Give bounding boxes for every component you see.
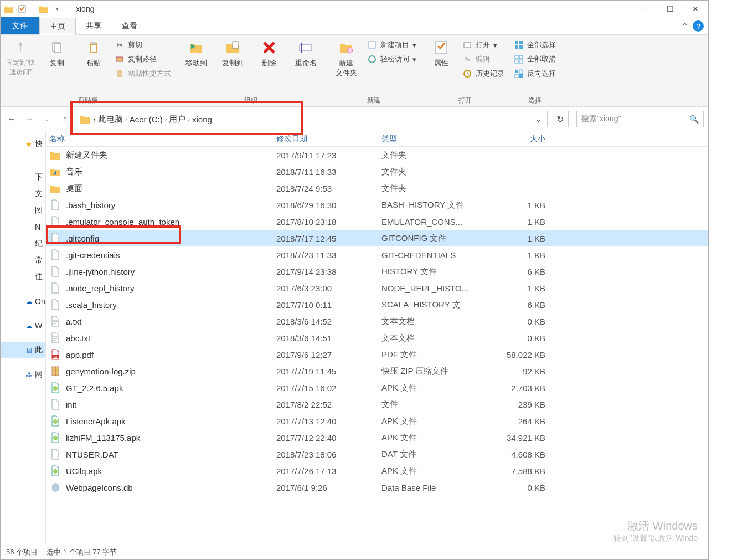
sidebar-item[interactable]: 文 xyxy=(1,186,45,202)
home-tab[interactable]: 主页 xyxy=(39,18,76,35)
crumb-xiong[interactable]: xiong xyxy=(192,115,212,124)
sidebar-network[interactable]: 🖧网 xyxy=(1,366,45,383)
sidebar-onedrive-on[interactable]: ☁On xyxy=(1,293,45,310)
pin-quick-access-button[interactable]: 固定到"快 速访问" xyxy=(5,38,36,77)
file-row[interactable]: .bash_history2018/6/29 16:30BASH_HISTORY… xyxy=(46,197,708,213)
history-icon xyxy=(462,69,472,79)
file-row[interactable]: UCllq.apk2017/7/26 17:13APK 文件7,588 KB xyxy=(46,463,708,479)
file-row[interactable]: .gitconfig2018/7/17 12:45GITCONFIG 文件1 K… xyxy=(46,230,708,246)
header-name[interactable]: 名称 xyxy=(49,134,276,144)
file-row[interactable]: .scala_history2017/7/10 0:11SCALA_HISTOR… xyxy=(46,296,708,313)
rename-button[interactable]: 重命名 xyxy=(290,38,321,68)
sidebar-item[interactable]: 常 xyxy=(1,252,45,269)
file-tab[interactable]: 文件 xyxy=(1,17,39,34)
pdf-icon: PDF xyxy=(49,348,61,361)
chevron-right-icon[interactable]: › xyxy=(93,115,96,124)
sidebar-item[interactable]: 图 xyxy=(1,202,45,219)
close-button[interactable]: ✕ xyxy=(683,1,708,17)
file-row[interactable]: init2017/8/2 22:52文件239 KB xyxy=(46,396,708,413)
new-item-button[interactable]: 新建项目 ▾ xyxy=(367,38,416,52)
file-row[interactable]: .jline-jython.history2017/9/14 23:38HIST… xyxy=(46,263,708,280)
header-date[interactable]: 修改日期 xyxy=(276,134,381,144)
crumb-this-pc[interactable]: 此电脑› xyxy=(98,114,127,125)
column-headers[interactable]: 名称 修改日期 类型 大小 xyxy=(46,131,708,147)
paste-shortcut-button[interactable]: 粘贴快捷方式 xyxy=(115,67,171,80)
sidebar-item[interactable]: ​ xyxy=(1,152,45,169)
svg-rect-28 xyxy=(519,74,523,78)
qat-dropdown-icon[interactable]: ▾ xyxy=(52,4,62,14)
properties-button[interactable]: 属性 xyxy=(426,38,457,68)
delete-button[interactable]: 删除 xyxy=(254,38,285,68)
minimize-button[interactable]: ─ xyxy=(632,1,657,17)
file-row[interactable]: PDFapp.pdf2017/9/6 12:27PDF 文件58,022 KB xyxy=(46,346,708,363)
file-size: 264 KB xyxy=(492,417,553,426)
collapse-ribbon-icon[interactable]: ⌃ xyxy=(679,21,689,31)
history-button[interactable]: 历史记录 xyxy=(462,67,504,80)
file-type: APK 文件 xyxy=(381,433,492,443)
header-type[interactable]: 类型 xyxy=(381,134,492,144)
refresh-button[interactable]: ↻ xyxy=(552,111,569,127)
sidebar-item[interactable]: 纪 xyxy=(1,235,45,252)
file-row[interactable]: ListenerApk.apk2017/7/13 12:40APK 文件264 … xyxy=(46,413,708,429)
edit-icon: ✎ xyxy=(462,54,472,64)
file-size: 6 KB xyxy=(492,267,553,276)
address-dropdown-icon[interactable]: ⌄ xyxy=(533,111,544,127)
navigation-pane[interactable]: ★快 ​ 下 文 图 N 纪 常 佳 ☁On ☁W 🖥此 🖧网 xyxy=(1,131,46,544)
file-row[interactable]: genymotion-log.zip2017/7/19 11:45快压 ZIP … xyxy=(46,363,708,379)
up-button[interactable]: ↑ xyxy=(58,112,71,126)
help-icon[interactable]: ? xyxy=(693,20,704,32)
select-all-button[interactable]: 全部选择 xyxy=(514,38,556,52)
file-row[interactable]: NTUSER.DAT2018/7/23 18:06DAT 文件4,608 KB xyxy=(46,446,708,463)
invert-selection-button[interactable]: 反向选择 xyxy=(514,67,556,80)
sidebar-this-pc[interactable]: 🖥此 xyxy=(1,342,45,358)
file-row[interactable]: lizhiFM_113175.apk2017/7/12 22:40APK 文件3… xyxy=(46,429,708,446)
select-none-button[interactable]: 全部取消 xyxy=(514,53,556,66)
paste-button[interactable]: 粘贴 xyxy=(78,38,109,68)
view-tab[interactable]: 查看 xyxy=(112,17,148,34)
maximize-button[interactable]: ☐ xyxy=(657,1,683,17)
crumb-users[interactable]: 用户› xyxy=(169,114,190,125)
copy-to-button[interactable]: 复制到 xyxy=(217,38,248,68)
file-row[interactable]: a.txt2018/3/6 14:52文本文档0 KB xyxy=(46,313,708,330)
sidebar-item[interactable]: 下 xyxy=(1,169,45,186)
file-type: DAT 文件 xyxy=(381,449,492,460)
forward-button[interactable]: → xyxy=(23,112,36,126)
sidebar-quick-access[interactable]: ★快 xyxy=(1,136,45,152)
move-to-button[interactable]: 移动到 xyxy=(180,38,212,68)
recent-dropdown[interactable]: ⌄ xyxy=(40,112,54,126)
file-size: 1 KB xyxy=(492,217,553,227)
crumb-drive[interactable]: Acer (C:)› xyxy=(130,115,167,124)
qat-properties-icon[interactable] xyxy=(17,4,27,14)
file-size: 4,608 KB xyxy=(492,450,553,459)
sidebar-item[interactable]: 佳 xyxy=(1,269,45,285)
file-row[interactable]: 音乐2018/7/11 16:33文件夹 xyxy=(46,163,708,180)
file-row[interactable]: GT_2.2.6.5.apk2017/7/15 16:02APK 文件2,703… xyxy=(46,379,708,396)
file-row[interactable]: .node_repl_history2017/6/3 23:00NODE_REP… xyxy=(46,280,708,296)
sidebar-item[interactable]: N xyxy=(1,219,45,235)
file-row[interactable]: 桌面2018/7/24 9:53文件夹 xyxy=(46,180,708,197)
back-button[interactable]: ← xyxy=(5,112,18,126)
qat-folder-icon[interactable] xyxy=(39,4,49,14)
new-folder-button[interactable]: 新建 文件夹 xyxy=(331,38,362,78)
easy-access-button[interactable]: 轻松访问 ▾ xyxy=(367,53,416,66)
file-row[interactable]: .emulator_console_auth_token2017/8/10 23… xyxy=(46,213,708,230)
address-bar[interactable]: › 此电脑› Acer (C:)› 用户› xiong ⌄ xyxy=(76,111,548,127)
open-button[interactable]: 打开 ▾ xyxy=(462,38,504,52)
svg-rect-6 xyxy=(116,57,123,61)
copy-label: 复制 xyxy=(50,58,64,68)
file-list[interactable]: 新建又件夹2017/9/11 17:23文件夹音乐2018/7/11 16:33… xyxy=(46,147,708,544)
file-row[interactable]: abc.txt2018/3/6 14:51文本文档0 KB xyxy=(46,330,708,346)
copy-path-button[interactable]: 复制路径 xyxy=(115,53,171,66)
header-size[interactable]: 大小 xyxy=(492,134,553,144)
file-size: 34,921 KB xyxy=(492,433,553,443)
file-row[interactable]: WebpageIcons.db2017/6/1 9:26Data Base Fi… xyxy=(46,479,708,496)
file-row[interactable]: 新建又件夹2017/9/11 17:23文件夹 xyxy=(46,147,708,163)
copy-button[interactable]: 复制 xyxy=(42,38,73,68)
delete-icon xyxy=(260,38,278,57)
sidebar-onedrive-w[interactable]: ☁W xyxy=(1,317,45,334)
cut-button[interactable]: ✂剪切 xyxy=(115,38,171,52)
edit-button[interactable]: ✎编辑 xyxy=(462,53,504,66)
search-input[interactable]: 搜索"xiong" 🔍 xyxy=(576,111,704,127)
share-tab[interactable]: 共享 xyxy=(76,17,112,34)
file-row[interactable]: .git-credentials2018/7/23 11:33GIT-CREDE… xyxy=(46,246,708,263)
